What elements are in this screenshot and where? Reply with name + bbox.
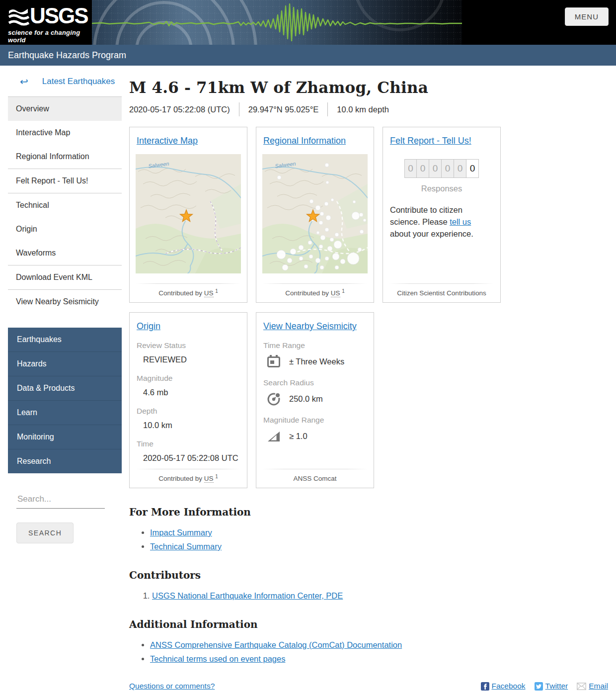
list-item: Impact Summary [150, 528, 608, 537]
nav-item-research[interactable]: Research [8, 449, 122, 473]
field-value: 2020-05-17 05:22:08 UTC [143, 453, 240, 463]
menu-button[interactable]: MENU [565, 7, 609, 26]
interactive-map-card: Interactive Map [129, 127, 247, 303]
email-link: Email [589, 682, 608, 691]
usgs-wave-icon [8, 8, 30, 28]
regional-information-card: Regional Information [256, 127, 374, 303]
email-share[interactable]: Email [577, 682, 608, 691]
contributed-by: Contributed by US 1 [158, 289, 218, 297]
latest-earthquakes-link[interactable]: Latest Earthquakes [42, 77, 115, 87]
sidebar-item-technical[interactable]: Technical [8, 193, 122, 217]
nearby-seismicity-card: View Nearby Seismicity Time Range ± Thre… [256, 312, 374, 488]
program-bar: Earthquake Hazards Program [0, 45, 616, 66]
event-datetime: 2020-05-17 05:22:08 (UTC) [129, 105, 230, 114]
meta-separator [239, 102, 239, 116]
nav-item-monitoring[interactable]: Monitoring [8, 425, 122, 449]
radius-icon [266, 391, 281, 406]
social-links: Facebook Twitter [481, 682, 609, 691]
field-label: Time [137, 439, 240, 448]
contributed-by: Contributed by US 1 [285, 289, 345, 297]
event-coordinates: 29.947°N 95.025°E [248, 105, 319, 114]
view-nearby-seismicity-link[interactable]: View Nearby Seismicity [263, 321, 357, 332]
sidebar: ↩ Latest Earthquakes Overview Interactiv… [0, 66, 122, 563]
sidebar-item-interactive-map[interactable]: Interactive Map [8, 121, 122, 145]
felt-report-link[interactable]: Felt Report - Tell Us! [390, 136, 471, 146]
responses-counter: 0 0 0 0 0 0 [389, 159, 494, 178]
list-item: USGS National Earthquake Information Cen… [152, 591, 608, 601]
list-item: Technical terms used on event pages [150, 654, 608, 664]
feedback-row: Questions or comments? Facebook [129, 682, 608, 700]
program-nav: Earthquakes Hazards Data & Products Lear… [8, 328, 122, 473]
counter-digit: 0 [429, 159, 442, 178]
origin-field: Review Status REVIEWED [136, 341, 241, 364]
regional-information-link[interactable]: Regional Information [263, 136, 346, 146]
field-label: Magnitude [137, 374, 240, 383]
contributor-link[interactable]: USGS National Earthquake Information Cen… [152, 591, 343, 600]
interactive-map-link[interactable]: Interactive Map [137, 136, 198, 146]
origin-field: Depth 10.0 km [136, 407, 241, 430]
technical-terms-link[interactable]: Technical terms used on event pages [150, 654, 285, 663]
sidebar-item-regional-information[interactable]: Regional Information [8, 145, 122, 169]
additional-information-heading: Additional Information [129, 618, 608, 630]
comcat-documentation-link[interactable]: ANSS Comprehensive Earthquake Catalog (C… [150, 640, 402, 649]
calendar-icon [266, 354, 281, 369]
usgs-logo-text: USGS [30, 5, 88, 27]
counter-digit: 0 [466, 159, 479, 178]
field-label: Review Status [137, 341, 240, 350]
page-title: M 4.6 - 71km W of Zhamog, China [129, 79, 608, 96]
sidebar-item-origin[interactable]: Origin [8, 217, 122, 241]
felt-report-card: Felt Report - Tell Us! 0 0 0 0 0 0 Respo… [383, 127, 501, 303]
impact-summary-link[interactable]: Impact Summary [150, 528, 212, 537]
twitter-share[interactable]: Twitter [535, 682, 568, 691]
interactive-map-thumbnail[interactable]: Salween [136, 154, 241, 273]
card-footer-label: Citizen Scientist Contributions [397, 289, 486, 297]
regional-information-thumbnail[interactable]: Salween [262, 154, 368, 273]
search-button[interactable]: SEARCH [16, 523, 74, 543]
meta-separator [327, 102, 328, 116]
seismicity-field: Magnitude Range ≥ 1.0 [262, 416, 368, 443]
contributors-list: USGS National Earthquake Information Cen… [152, 591, 608, 601]
event-page-nav: Overview Interactive Map Regional Inform… [8, 96, 122, 314]
tell-us-link[interactable]: tell us [450, 217, 471, 226]
nav-item-earthquakes[interactable]: Earthquakes [8, 328, 122, 351]
event-meta: 2020-05-17 05:22:08 (UTC) 29.947°N 95.02… [129, 102, 608, 116]
contributor-code: US [204, 475, 214, 483]
nav-item-data-products[interactable]: Data & Products [8, 376, 122, 400]
back-to-latest-earthquakes[interactable]: ↩ Latest Earthquakes [8, 66, 122, 96]
sidebar-item-overview[interactable]: Overview [8, 97, 122, 121]
felt-report-text: Contribute to citizen science. Please te… [390, 204, 493, 240]
field-value: ± Three Weeks [289, 357, 344, 366]
nav-item-hazards[interactable]: Hazards [8, 351, 122, 376]
card-footer-label: ANSS Comcat [293, 475, 336, 482]
sidebar-item-felt-report[interactable]: Felt Report - Tell Us! [8, 169, 122, 193]
twitter-link: Twitter [545, 682, 568, 691]
search-input[interactable] [16, 492, 105, 509]
event-depth: 10.0 km depth [337, 105, 389, 114]
technical-summary-link[interactable]: Technical Summary [150, 542, 222, 551]
origin-field: Magnitude 4.6 mb [136, 374, 241, 397]
facebook-link: Facebook [492, 682, 526, 691]
seismogram-banner-image [92, 0, 462, 45]
magnitude-icon [266, 429, 281, 443]
sidebar-item-waveforms[interactable]: Waveforms [8, 241, 122, 265]
nav-item-learn[interactable]: Learn [8, 400, 122, 425]
program-title: Earthquake Hazards Program [8, 50, 126, 61]
facebook-share[interactable]: Facebook [481, 682, 526, 691]
field-label: Depth [137, 407, 240, 416]
facebook-icon [481, 682, 489, 691]
usgs-logo[interactable]: USGS science for a changing world [0, 0, 92, 45]
field-value: 250.0 km [289, 394, 323, 404]
contributor-code: US [204, 289, 214, 297]
field-value: 10.0 km [143, 421, 240, 430]
seismicity-field: Time Range ± Three Weeks [262, 341, 368, 369]
origin-link[interactable]: Origin [137, 321, 160, 332]
field-label: Search Radius [263, 378, 367, 387]
list-item: ANSS Comprehensive Earthquake Catalog (C… [150, 640, 608, 650]
field-value: 4.6 mb [143, 388, 240, 397]
counter-digit: 0 [404, 159, 417, 178]
counter-digit: 0 [442, 159, 454, 178]
usgs-tagline: science for a changing world [8, 29, 92, 44]
questions-comments-link[interactable]: Questions or comments? [129, 682, 215, 691]
sidebar-item-download-kml[interactable]: Download Event KML [8, 265, 122, 289]
sidebar-item-view-nearby-seismicity[interactable]: View Nearby Seismicity [8, 289, 122, 314]
